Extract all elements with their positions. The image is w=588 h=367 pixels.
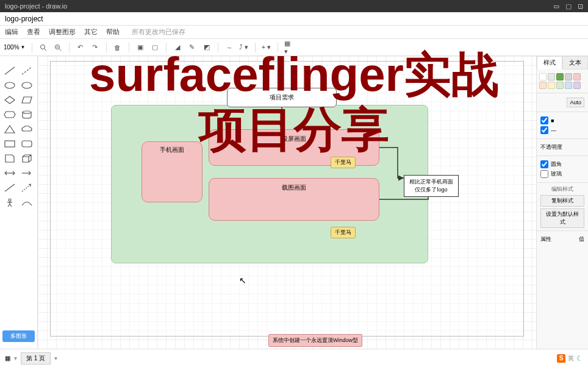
page-prev-icon[interactable]: ▾ [14, 355, 17, 362]
svg-point-0 [40, 45, 45, 49]
undo-icon[interactable]: ↶ [76, 43, 85, 52]
zoom-in-icon[interactable] [38, 43, 48, 52]
color-swatch[interactable] [548, 82, 555, 89]
toback-icon[interactable]: ▢ [150, 43, 160, 52]
shadow-icon[interactable]: ◩ [202, 43, 212, 52]
svg-point-7 [5, 82, 15, 88]
bottom-bar: ▦ ▾ 第 1 页 ▾ S 英 ☾ [0, 349, 588, 367]
line-icon[interactable]: ✎ [187, 43, 197, 52]
svg-rect-15 [22, 141, 32, 147]
right-panel: 样式 文本 Auto ■ — 不透明度 圆角 玻璃 [536, 56, 588, 349]
val-label: 值 [579, 235, 584, 243]
tab-style[interactable]: 样式 [537, 56, 562, 69]
more-shapes-button[interactable]: 多图形 [2, 330, 35, 342]
menu-extras[interactable]: 其它 [84, 27, 98, 37]
checkbox-glass[interactable] [540, 170, 548, 178]
color-swatch[interactable] [548, 73, 555, 80]
checkbox-line[interactable] [540, 126, 548, 134]
table-icon[interactable]: ▦ ▾ [284, 43, 294, 52]
insert-icon[interactable]: + ▾ [262, 43, 271, 52]
checkbox-rounded[interactable] [540, 160, 548, 168]
delete-icon[interactable]: 🗑 [113, 43, 123, 52]
shape-line-thin[interactable] [2, 182, 17, 194]
shape-rect[interactable] [2, 138, 17, 150]
toolbar: 100% ▼ ↶ ↷ 🗑 ▣ ▢ ◢ ✎ ◩ → ⤴ ▾ + ▾ ▦ ▾ [0, 39, 588, 56]
menu-bar: 编辑 查看 调整图形 其它 帮助 所有更改均已保存 [0, 26, 588, 39]
page-tab-1[interactable]: 第 1 页 [21, 352, 51, 365]
shape-cylinder[interactable] [20, 109, 34, 121]
titlebar-control-2[interactable]: ▢ [565, 2, 572, 10]
color-swatches [537, 69, 588, 93]
svg-point-12 [23, 111, 31, 113]
shape-curve[interactable] [20, 196, 34, 208]
shape-diamond[interactable] [2, 94, 17, 106]
shape-hexagon[interactable] [2, 109, 17, 121]
color-swatch[interactable] [556, 82, 564, 89]
page-add-icon[interactable]: ▾ [54, 355, 57, 362]
node-result[interactable]: 相比正常手机画面仅仅多了logo [404, 175, 459, 197]
connection-icon[interactable]: → [224, 43, 234, 52]
color-swatch[interactable] [539, 82, 547, 89]
shape-arrow-dash[interactable] [20, 182, 34, 194]
edit-label: 编辑样式 [540, 185, 584, 193]
zoom-control[interactable]: 100% ▼ [4, 44, 26, 51]
menu-view[interactable]: 查看 [27, 27, 40, 37]
color-swatch[interactable] [565, 73, 572, 80]
ime-indicator-s[interactable]: S [557, 354, 565, 363]
svg-line-18 [5, 184, 15, 191]
shape-arrow-r[interactable] [20, 167, 34, 179]
copy-style-button[interactable]: 复制样式 [540, 195, 584, 207]
menu-edit[interactable]: 编辑 [5, 27, 18, 37]
shapes-panel: 多图形 [0, 56, 38, 349]
svg-point-20 [9, 199, 11, 201]
shape-cube[interactable] [20, 152, 34, 165]
svg-marker-10 [22, 97, 32, 103]
window-title: logo-project - draw.io [5, 2, 67, 10]
canvas-area[interactable]: 项目需求 投屏画面 载图画面 手机画面 千里马 千里马 相比正常手机画面仅仅多了… [38, 56, 536, 349]
titlebar-control-3[interactable]: ⊡ [578, 2, 583, 10]
filename-text[interactable]: logo-project [5, 15, 43, 23]
menu-arrange[interactable]: 调整图形 [49, 27, 76, 37]
ime-moon-icon[interactable]: ☾ [576, 354, 583, 363]
shape-arrow-bi[interactable] [2, 167, 17, 179]
pages-icon[interactable]: ▦ [5, 355, 10, 362]
tab-text[interactable]: 文本 [562, 56, 588, 69]
color-swatch[interactable] [573, 73, 581, 80]
zoom-out-icon[interactable] [53, 43, 63, 52]
note-bottom[interactable]: 系统中创建一个永远置顶Window型 [268, 334, 362, 347]
shape-ellipse[interactable] [2, 79, 17, 91]
svg-line-23 [8, 204, 10, 207]
node-tag-1[interactable]: 千里马 [331, 157, 356, 168]
shape-dashline[interactable] [20, 65, 34, 77]
opacity-label: 不透明度 [540, 143, 562, 151]
shape-roundrect[interactable] [20, 138, 34, 150]
shape-line[interactable] [2, 65, 17, 77]
auto-button[interactable]: Auto [567, 98, 584, 107]
svg-line-6 [22, 67, 32, 74]
titlebar-control-1[interactable]: ▭ [553, 2, 559, 10]
checkbox-placeholder[interactable] [540, 116, 548, 124]
ime-lang-label: 英 [568, 354, 574, 363]
shape-ellipse2[interactable] [20, 79, 34, 91]
node-screenshot[interactable]: 载图画面 [209, 178, 379, 221]
color-swatch[interactable] [573, 82, 581, 89]
svg-marker-9 [5, 96, 15, 104]
tofront-icon[interactable]: ▣ [135, 43, 145, 52]
menu-help[interactable]: 帮助 [106, 27, 120, 37]
shape-doc[interactable] [2, 152, 17, 165]
color-swatch[interactable] [539, 73, 547, 80]
node-tag-2[interactable]: 千里马 [331, 227, 356, 238]
shape-cloud[interactable] [20, 123, 34, 135]
redo-icon[interactable]: ↷ [90, 43, 100, 52]
node-phone[interactable]: 手机画面 [142, 141, 203, 202]
waypoints-icon[interactable]: ⤴ ▾ [239, 43, 249, 52]
set-default-button[interactable]: 设置为默认样式 [540, 208, 584, 228]
color-swatch[interactable] [565, 82, 572, 89]
node-requirement[interactable]: 项目需求 [227, 88, 337, 107]
color-swatch[interactable] [556, 73, 564, 80]
shape-actor[interactable] [2, 196, 17, 208]
svg-marker-11 [4, 112, 15, 118]
shape-parallelogram[interactable] [20, 94, 34, 106]
shape-triangle[interactable] [2, 123, 17, 135]
fill-icon[interactable]: ◢ [173, 43, 182, 52]
